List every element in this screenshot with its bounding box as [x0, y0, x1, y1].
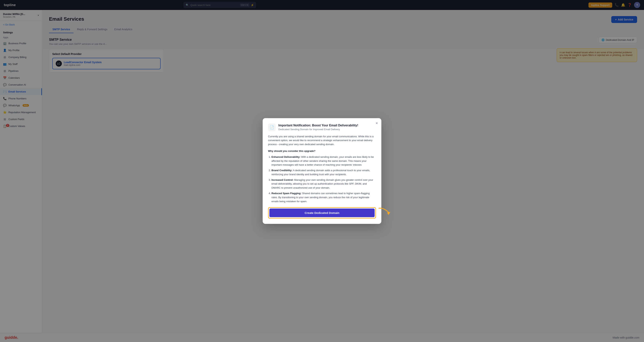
- svg-marker-0: [387, 212, 390, 215]
- reason-3: Increased Control: Managing your own sen…: [272, 178, 376, 190]
- reason-1: Enhanced Deliverability: With a dedicate…: [272, 155, 376, 167]
- modal-intro-text: Currently you are using a shared sending…: [268, 134, 376, 146]
- reason-4-title: Reduced Spam Flagging:: [272, 192, 301, 195]
- reason-1-title: Enhanced Deliverability:: [272, 156, 300, 158]
- modal-header: 📄 Important Notification: Boost Your Ema…: [268, 124, 376, 131]
- reason-4: Reduced Spam Flagging: Shared domains ca…: [272, 192, 376, 203]
- modal-subtitle: Dedicated Sending Domain for Improved Em…: [278, 128, 358, 131]
- create-dedicated-domain-button[interactable]: Create Dedicated Domain: [269, 208, 375, 217]
- modal-title: Important Notification: Boost Your Email…: [278, 124, 358, 128]
- arrow-indicator: [378, 206, 391, 220]
- document-icon: 📄: [270, 125, 274, 130]
- create-btn-highlight: Create Dedicated Domain: [268, 207, 376, 218]
- modal-body: Currently you are using a shared sending…: [268, 134, 376, 219]
- reason-2: Brand Credibility: A dedicated sending d…: [272, 168, 376, 176]
- reason-3-title: Increased Control:: [272, 178, 294, 181]
- create-domain-wrapper: Create Dedicated Domain: [268, 207, 376, 218]
- reasons-list: Enhanced Deliverability: With a dedicate…: [268, 155, 376, 204]
- modal-close-button[interactable]: ×: [376, 121, 378, 125]
- reason-2-title: Brand Credibility:: [272, 169, 292, 172]
- notification-modal: × 📄 Important Notification: Boost Your E…: [263, 118, 381, 224]
- modal-overlay: × 📄 Important Notification: Boost Your E…: [0, 0, 644, 342]
- modal-header-icon: 📄: [268, 124, 276, 131]
- why-upgrade-title: Why should you consider this upgrade?: [268, 149, 376, 153]
